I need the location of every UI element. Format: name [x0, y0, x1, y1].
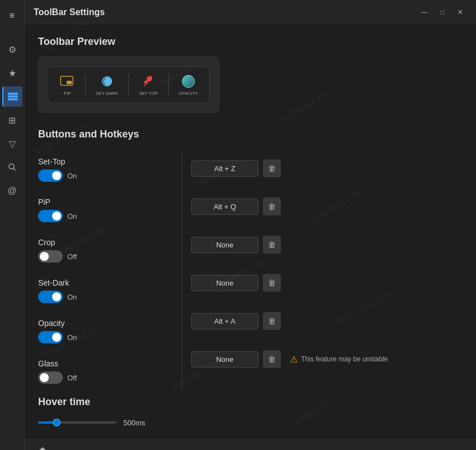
home-button[interactable]: [34, 442, 52, 451]
crop-hotkey-input[interactable]: None: [191, 237, 258, 253]
opacity-toggle-row: On: [38, 331, 173, 343]
preview-setdark-button[interactable]: SET DARK: [91, 71, 123, 98]
pip-toggle[interactable]: [38, 210, 63, 222]
unstable-text: This feature may be unstable: [301, 355, 388, 363]
set-dark-hotkey-input[interactable]: None: [191, 275, 258, 291]
warning-icon: ⚠: [290, 354, 298, 365]
settop-label: SET TOP: [139, 91, 158, 96]
toolbar-preview-header: Toolbar Preview: [38, 36, 463, 48]
buttons-hotkeys-layout: Set-Top On PiP: [38, 149, 463, 392]
at-icon[interactable]: @: [2, 181, 22, 201]
vertical-divider: [182, 149, 182, 392]
preview-settop-button[interactable]: SET TOP: [135, 71, 163, 98]
pip-toggle-row: On: [38, 210, 173, 222]
glass-hotkey-input[interactable]: None: [191, 351, 258, 368]
star-icon[interactable]: ★: [2, 63, 22, 83]
pip-hotkey-row: Alt + Q 🗑: [191, 187, 463, 226]
preview-divider-1: [85, 74, 86, 96]
pip-track: [38, 210, 63, 222]
close-button[interactable]: ✕: [454, 6, 467, 19]
set-dark-label: Set-Dark: [38, 278, 173, 287]
minimize-button[interactable]: —: [418, 6, 431, 19]
glass-state: Off: [67, 374, 77, 382]
bottom-bar: [25, 439, 476, 450]
glass-track: [38, 371, 63, 384]
titlebar: ToolBar Settings — □ ✕: [25, 0, 476, 25]
pip-item: PiP On: [38, 190, 173, 230]
preview-opacity-button[interactable]: OPACITY: [174, 71, 203, 98]
opacity-hotkey-row: Alt + A 🗑: [191, 302, 463, 340]
menu-icon[interactable]: ≡: [2, 6, 22, 26]
pin-icon: [141, 74, 156, 89]
pip-label: PIP: [64, 91, 71, 96]
search-icon[interactable]: [2, 157, 22, 177]
crop-delete-button[interactable]: 🗑: [263, 236, 281, 254]
glass-toggle[interactable]: [38, 371, 63, 384]
svg-line-7: [144, 84, 146, 86]
set-top-track: [38, 169, 63, 182]
opacity-toggle-label: Opacity: [38, 319, 173, 328]
preview-divider-2: [128, 74, 129, 96]
crop-track: [38, 250, 63, 263]
set-dark-item: Set-Dark On: [38, 270, 173, 311]
toolbar-preview-section: Toolbar Preview PIP: [38, 36, 463, 128]
pip-toggle-label: PiP: [38, 198, 173, 206]
hover-time-row: 500ms: [38, 417, 463, 428]
setdark-label: SET DARK: [96, 91, 118, 96]
set-dark-toggle-row: On: [38, 291, 173, 303]
glass-toggle-row: Off: [38, 371, 173, 384]
sidebar: ≡ ⚙ ★ ⊞ ▽ @: [0, 0, 25, 450]
window-controls: — □ ✕: [418, 6, 467, 19]
buttons-list: Set-Top On PiP: [38, 149, 173, 392]
main-content: ToolBar Settings — □ ✕ Toolbar Preview: [25, 0, 476, 450]
set-top-hotkey-row: Alt + Z 🗑: [191, 149, 463, 187]
settings-icon[interactable]: ⚙: [2, 39, 22, 59]
toolbar-preview-container: PIP SET DARK: [38, 57, 219, 113]
page-title: ToolBar Settings: [34, 7, 105, 17]
crop-hotkey-row: None 🗑: [191, 226, 463, 264]
opacity-icon: [181, 74, 196, 89]
opacity-label: OPACITY: [179, 91, 198, 96]
opacity-delete-button[interactable]: 🗑: [263, 312, 281, 330]
set-dark-toggle[interactable]: [38, 291, 63, 303]
svg-point-8: [182, 75, 195, 88]
maximize-button[interactable]: □: [436, 6, 449, 19]
unstable-warning: ⚠ This feature may be unstable: [290, 354, 388, 365]
set-dark-delete-button[interactable]: 🗑: [263, 274, 281, 292]
set-dark-track: [38, 291, 63, 303]
hover-time-slider-track: [38, 421, 117, 424]
buttons-hotkeys-header: Buttons and Hotkeys: [38, 128, 463, 140]
svg-line-4: [13, 168, 16, 171]
moon-icon: [99, 74, 115, 89]
toolbar-preview-inner: PIP SET DARK: [48, 66, 210, 103]
filter-icon[interactable]: ▽: [2, 134, 22, 154]
opacity-track: [38, 331, 63, 343]
buttons-hotkeys-section: Buttons and Hotkeys Set-Top O: [38, 128, 463, 392]
pip-delete-button[interactable]: 🗑: [263, 198, 281, 215]
crop-toggle-row: Off: [38, 250, 173, 263]
set-top-item: Set-Top On: [38, 149, 173, 190]
set-top-delete-button[interactable]: 🗑: [263, 159, 281, 177]
preview-pip-button[interactable]: PIP: [55, 71, 80, 98]
set-top-toggle-row: On: [38, 169, 173, 182]
pip-hotkey-input[interactable]: Alt + Q: [191, 199, 258, 215]
set-dark-state: On: [67, 293, 77, 301]
opacity-toggle[interactable]: [38, 331, 63, 343]
hover-time-section: Hover time 500ms: [38, 396, 463, 428]
hover-time-slider-thumb[interactable]: [53, 419, 61, 426]
grid-icon[interactable]: ⊞: [2, 110, 22, 130]
opacity-item: Opacity On: [38, 311, 173, 351]
crop-toggle[interactable]: [38, 250, 63, 263]
glass-item: Glass Off: [38, 351, 173, 392]
svg-point-3: [9, 164, 14, 169]
crop-thumb: [40, 252, 49, 261]
glass-delete-button[interactable]: 🗑: [263, 350, 281, 368]
set-top-toggle[interactable]: [38, 169, 63, 182]
svg-rect-6: [67, 81, 72, 84]
toolbar-icon[interactable]: [2, 86, 22, 107]
opacity-hotkey-input[interactable]: Alt + A: [191, 313, 258, 329]
svg-rect-2: [8, 98, 18, 100]
set-top-state: On: [67, 172, 77, 180]
set-top-hotkey-input[interactable]: Alt + Z: [191, 160, 258, 177]
preview-divider-3: [168, 74, 169, 96]
